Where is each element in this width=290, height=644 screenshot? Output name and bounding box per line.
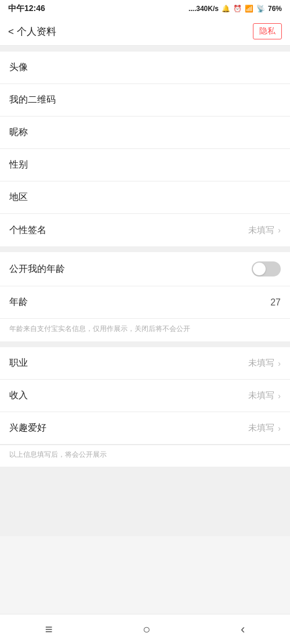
section3-note: 以上信息填写后，将会公开展示 <box>0 445 290 467</box>
label-avatar: 头像 <box>9 61 28 74</box>
label-gender: 性别 <box>9 159 28 171</box>
status-network: ....340K/s <box>188 5 219 13</box>
profile-section-3: 职业 未填写 › 收入 未填写 › 兴趣爱好 未填写 › 以上信息填写后，将会公… <box>0 347 290 467</box>
section-divider-3 <box>0 341 290 347</box>
label-age: 年龄 <box>9 296 28 308</box>
label-income: 收入 <box>9 390 28 402</box>
age-value: 27 <box>270 297 281 308</box>
chevron-icon-income: › <box>278 391 281 401</box>
status-bar: 中午12:46 ....340K/s 🔔 ⏰ 📶 📡 76% <box>0 0 290 17</box>
list-item-gender[interactable]: 性别 <box>0 149 290 181</box>
right-signature: 未填写 › <box>248 225 281 236</box>
status-clock-icon: ⏰ <box>233 5 242 13</box>
label-region: 地区 <box>9 191 28 203</box>
status-bell-icon: 🔔 <box>222 5 230 13</box>
nav-back-icon[interactable]: ‹ <box>241 622 245 637</box>
label-signature: 个性签名 <box>9 224 46 237</box>
status-battery: 76% <box>268 5 282 13</box>
list-item-avatar[interactable]: 头像 <box>0 52 290 84</box>
right-job: 未填写 › <box>248 358 281 369</box>
right-public-age <box>252 261 281 276</box>
nav-home-icon[interactable]: ○ <box>143 622 150 637</box>
chevron-icon-hobbies: › <box>278 424 281 433</box>
list-item-age: 年龄 27 <box>0 286 290 319</box>
right-income: 未填写 › <box>248 390 281 401</box>
age-note: 年龄来自支付宝实名信息，仅用作展示，关闭后将不会公开 <box>0 319 290 341</box>
list-item-nickname[interactable]: 昵称 <box>0 117 290 149</box>
list-item-signature[interactable]: 个性签名 未填写 › <box>0 214 290 246</box>
privacy-button[interactable]: 隐私 <box>253 23 282 39</box>
chevron-icon-job: › <box>278 359 281 368</box>
label-nickname: 昵称 <box>9 126 28 139</box>
bottom-nav: ≡ ○ ‹ <box>0 614 290 644</box>
chevron-icon-signature: › <box>278 225 281 235</box>
back-label: < 个人资料 <box>8 25 56 38</box>
profile-section-1: 头像 我的二维码 昵称 性别 地区 个性签名 未填写 › <box>0 52 290 246</box>
list-item-income[interactable]: 收入 未填写 › <box>0 380 290 412</box>
job-value: 未填写 <box>248 358 274 369</box>
label-job: 职业 <box>9 357 28 369</box>
section-divider-4 <box>0 467 290 536</box>
label-hobbies: 兴趣爱好 <box>9 422 46 434</box>
back-button[interactable]: < 个人资料 <box>8 25 56 38</box>
status-icons: ....340K/s 🔔 ⏰ 📶 📡 76% <box>188 5 282 13</box>
age-toggle[interactable] <box>252 261 281 276</box>
right-age: 27 <box>270 297 281 308</box>
section-divider-1 <box>0 46 290 52</box>
right-hobbies: 未填写 › <box>248 423 281 434</box>
signature-value: 未填写 <box>248 225 274 236</box>
status-time: 中午12:46 <box>8 3 45 14</box>
income-value: 未填写 <box>248 390 274 401</box>
label-qrcode: 我的二维码 <box>9 94 56 106</box>
status-signal-icon: 📶 <box>245 5 253 13</box>
toggle-knob <box>253 263 266 275</box>
nav-bar: < 个人资料 隐私 <box>0 17 290 46</box>
list-item-job[interactable]: 职业 未填写 › <box>0 347 290 380</box>
profile-section-2: 公开我的年龄 年龄 27 年龄来自支付宝实名信息，仅用作展示，关闭后将不会公开 <box>0 252 290 341</box>
list-item-region[interactable]: 地区 <box>0 181 290 214</box>
section-divider-2 <box>0 246 290 252</box>
status-wifi-icon: 📡 <box>256 5 265 13</box>
hobbies-value: 未填写 <box>248 423 274 434</box>
nav-menu-icon[interactable]: ≡ <box>45 622 53 637</box>
list-item-qrcode[interactable]: 我的二维码 <box>0 84 290 117</box>
list-item-hobbies[interactable]: 兴趣爱好 未填写 › <box>0 412 290 445</box>
label-public-age: 公开我的年龄 <box>9 263 65 275</box>
list-item-public-age[interactable]: 公开我的年龄 <box>0 252 290 286</box>
